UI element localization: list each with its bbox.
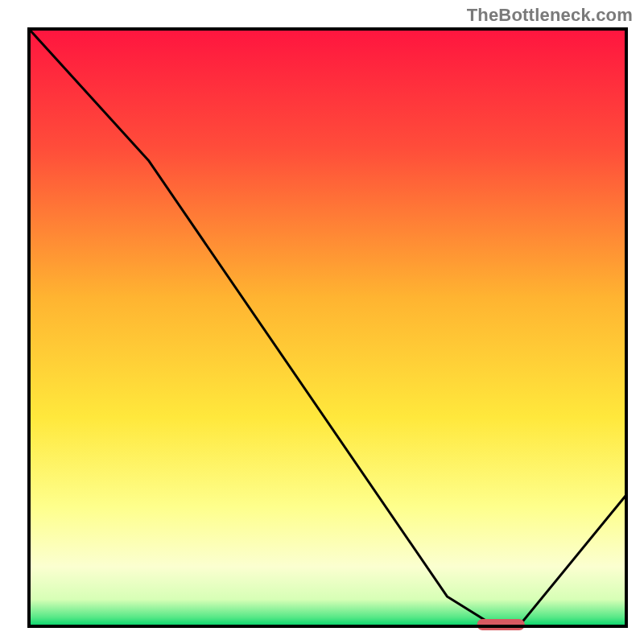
plot-area xyxy=(29,29,626,630)
watermark-text: TheBottleneck.com xyxy=(467,5,633,26)
gradient-background xyxy=(29,29,626,626)
chart-stage: TheBottleneck.com xyxy=(0,0,644,644)
bottleneck-chart xyxy=(0,0,644,644)
